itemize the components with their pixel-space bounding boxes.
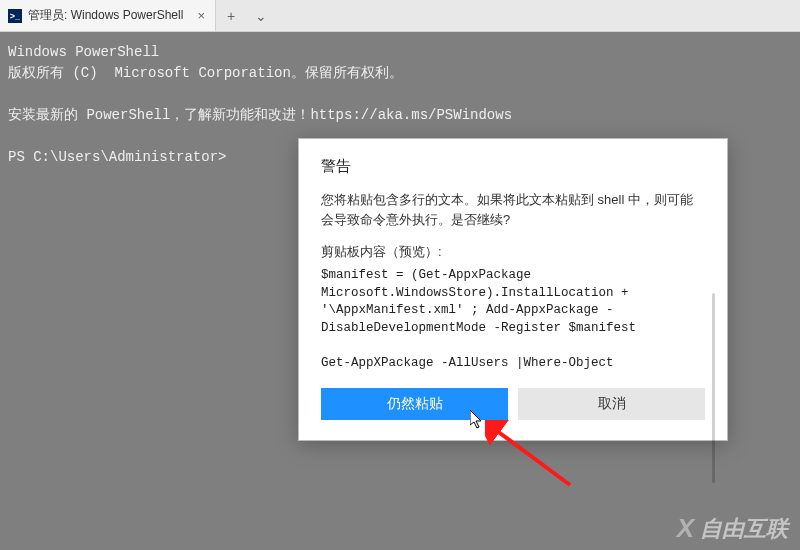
paste-anyway-button[interactable]: 仍然粘贴 (321, 388, 508, 420)
powershell-icon: >_ (8, 9, 22, 23)
terminal-line: 版权所有 (C) Microsoft Corporation。保留所有权利。 (8, 65, 403, 81)
dialog-button-row: 仍然粘贴 取消 (321, 388, 705, 420)
tab-powershell[interactable]: >_ 管理员: Windows PowerShell × (0, 0, 216, 31)
dialog-title: 警告 (321, 157, 705, 176)
tab-dropdown-button[interactable]: ⌄ (246, 8, 276, 24)
terminal-prompt: PS C:\Users\Administrator> (8, 149, 226, 165)
dialog-preview-content: $manifest = (Get-AppxPackage Microsoft.W… (321, 267, 705, 372)
terminal-line: Windows PowerShell (8, 44, 159, 60)
paste-warning-dialog: 警告 您将粘贴包含多行的文本。如果将此文本粘贴到 shell 中，则可能会导致命… (298, 138, 728, 441)
terminal-line: 安装最新的 PowerShell，了解新功能和改进！https://aka.ms… (8, 107, 512, 123)
cancel-button[interactable]: 取消 (518, 388, 705, 420)
dialog-message: 您将粘贴包含多行的文本。如果将此文本粘贴到 shell 中，则可能会导致命令意外… (321, 190, 705, 229)
tab-title: 管理员: Windows PowerShell (28, 7, 183, 24)
tab-close-button[interactable]: × (197, 8, 205, 23)
dialog-preview-label: 剪贴板内容（预览）: (321, 243, 705, 261)
window-titlebar: >_ 管理员: Windows PowerShell × + ⌄ (0, 0, 800, 32)
dialog-scrollbar[interactable] (712, 293, 715, 483)
new-tab-button[interactable]: + (216, 8, 246, 24)
